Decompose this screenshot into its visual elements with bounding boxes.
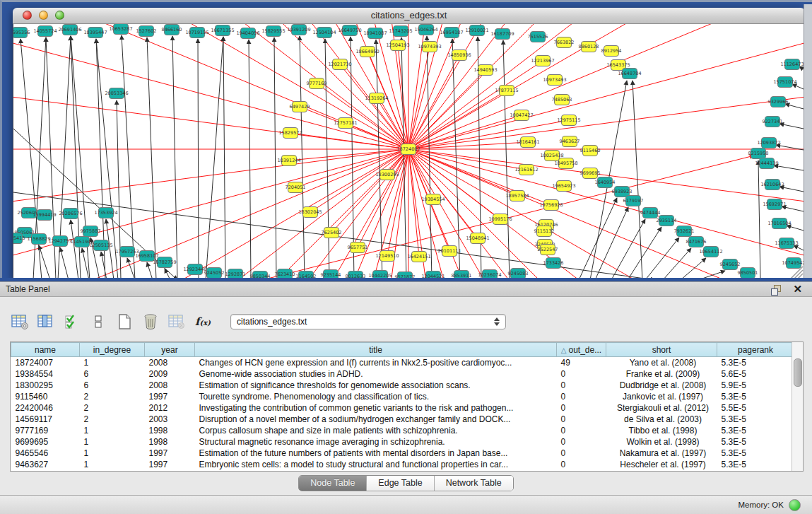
table-row[interactable]: 1872400712008Changes of HCN gene express…: [11, 357, 794, 369]
network-window[interactable]: citations_edges.txt 95953561405572420691…: [13, 8, 805, 279]
cell-out_degree: 0: [557, 436, 606, 448]
graph-node-label: 16424151: [407, 254, 430, 259]
memory-ok-indicator-icon[interactable]: [789, 499, 801, 511]
column-header-pagerank[interactable]: pagerank: [717, 343, 794, 357]
table-row[interactable]: 946362711997Embryonic stem cells: a mode…: [11, 459, 794, 470]
node-table: namein_degreeyeartitle△out_de...shortpag…: [10, 341, 804, 472]
tab-edge-table[interactable]: Edge Table: [367, 476, 434, 491]
column-header-title[interactable]: title: [195, 343, 557, 357]
cell-year: 2008: [145, 357, 195, 369]
graph-node-label: 15692971: [763, 201, 786, 207]
graph-node-label: 6179197: [623, 198, 644, 204]
column-header-name[interactable]: name: [11, 343, 80, 357]
table-header-row: namein_degreeyeartitle△out_de...shortpag…: [11, 343, 794, 357]
table-row[interactable]: 2242004622012Investigating the contribut…: [11, 402, 794, 414]
citation-edge: [249, 40, 251, 279]
delete-table-icon[interactable]: [141, 312, 160, 332]
graph-node-label: 18495758: [554, 160, 577, 166]
column-chooser-icon[interactable]: [36, 312, 56, 332]
tab-node-table[interactable]: Node Table: [299, 476, 367, 491]
graph-node-label: 9115132: [534, 228, 555, 234]
table-row[interactable]: 1830029562008Estimation of significance …: [11, 380, 794, 391]
graph-node-label: 8912954: [601, 48, 622, 54]
cell-pagerank: 5.6E-5: [717, 368, 794, 380]
cell-short: Franke et al. (2009): [606, 368, 717, 380]
graph-node-label: 9657751: [348, 245, 368, 250]
cell-year: 1998: [145, 436, 195, 448]
graph-node-label: 10973493: [543, 77, 566, 83]
table-chooser-dropdown[interactable]: citations_edges.txt: [230, 314, 506, 329]
table-row[interactable]: 1456911722003Disruption of a novel membe…: [11, 414, 794, 425]
cell-title: Estimation of the future numbers of pati…: [195, 448, 557, 459]
red-citation-edge: [408, 149, 804, 279]
graph-node-label: 18941087: [363, 30, 387, 36]
graph-node-label: 16187709: [490, 31, 514, 37]
graph-node-label: 7623410: [275, 271, 295, 277]
graph-node-label: 16954187: [440, 30, 463, 35]
close-panel-icon[interactable]: ✕: [793, 284, 802, 295]
graph-node-label: 7204051: [286, 185, 306, 190]
citation-edge: [39, 245, 50, 279]
graph-node-label: 16648784: [618, 71, 641, 76]
dropdown-arrows-icon: [494, 317, 500, 326]
cell-pagerank: 5.3E-5: [717, 459, 794, 470]
function-builder-icon[interactable]: f(x): [193, 312, 213, 332]
red-citation-edge: [408, 47, 430, 149]
graph-node-label: 9474444: [640, 210, 661, 216]
cell-in_degree: 2: [80, 391, 145, 402]
graph-node-label: 12213967: [531, 58, 554, 64]
column-checklist-icon[interactable]: [62, 312, 82, 332]
citation-edge: [147, 262, 153, 279]
cell-title: Estimation of significance thresholds fo…: [195, 380, 557, 391]
table-row[interactable]: 911546021997Tourette syndrome. Phenomeno…: [11, 391, 794, 402]
table-panel-header: Table Panel ✕: [0, 281, 812, 297]
cell-name: 9115460: [11, 391, 80, 402]
graph-node-label: 18957584: [505, 193, 529, 199]
table-row[interactable]: 969969511998Structural magnetic resonanc…: [11, 436, 794, 448]
column-header-out_degree[interactable]: △out_de...: [557, 343, 606, 357]
graph-node-label: 7485063: [552, 97, 572, 103]
network-canvas[interactable]: 9595356140557242069140618395447106532871…: [13, 24, 805, 279]
cell-short: Yano et al. (2008): [606, 357, 717, 369]
table-vertical-scrollbar[interactable]: [792, 342, 803, 471]
table-row[interactable]: 946554611997Estimation of the future num…: [11, 448, 794, 459]
table-settings-icon[interactable]: [10, 312, 30, 332]
graph-node-label: 9463627: [560, 139, 580, 144]
graph-node-label: 9915413: [13, 235, 25, 241]
graph-node-label: 10995176: [488, 216, 512, 222]
graph-node-label: 7663822: [554, 40, 575, 45]
citation-edge: [376, 40, 382, 279]
column-header-year[interactable]: year: [145, 343, 195, 357]
network-desktop: citations_edges.txt 95953561405572420691…: [0, 0, 812, 281]
new-table-icon[interactable]: [114, 312, 134, 332]
column-header-in_degree[interactable]: in_degree: [80, 343, 145, 357]
float-panel-icon[interactable]: [771, 285, 781, 295]
graph-node-label: 11319264: [365, 95, 388, 101]
column-header-short[interactable]: short: [606, 343, 717, 357]
graph-node-label: 17353924: [94, 210, 117, 216]
collapsed-side-panel-strip: [804, 4, 812, 284]
cell-title: Structural magnetic resonance image aver…: [195, 436, 557, 448]
graph-node-label: 12093872: [757, 140, 780, 146]
table-row[interactable]: 1938455462009Genome-wide association stu…: [11, 368, 794, 380]
cell-year: 2009: [145, 368, 195, 380]
cell-name: 9465546: [11, 448, 80, 459]
cell-name: 22420046: [11, 402, 80, 414]
cell-in_degree: 2: [80, 414, 145, 425]
citation-edge: [794, 245, 804, 250]
graph-node-label: 10047427: [510, 112, 533, 118]
cell-in_degree: 1: [80, 357, 145, 369]
cell-pagerank: 5.5E-5: [717, 402, 794, 414]
graph-node-label: 17016504: [767, 221, 791, 226]
row-height-icon[interactable]: [88, 312, 108, 332]
graph-node-label: 16958107: [135, 253, 158, 259]
citation-edge: [503, 40, 510, 279]
table-chooser-value: citations_edges.txt: [237, 317, 494, 327]
cell-out_degree: 0: [557, 368, 606, 380]
scrollbar-thumb[interactable]: [794, 358, 802, 387]
network-window-titlebar[interactable]: citations_edges.txt: [13, 8, 805, 24]
graph-node-label: 9245652: [720, 262, 741, 267]
table-row[interactable]: 977716911998Corpus callosum shape and si…: [11, 425, 794, 436]
tab-network-table[interactable]: Network Table: [435, 476, 513, 491]
graph-node-label: 12757181: [334, 120, 357, 126]
